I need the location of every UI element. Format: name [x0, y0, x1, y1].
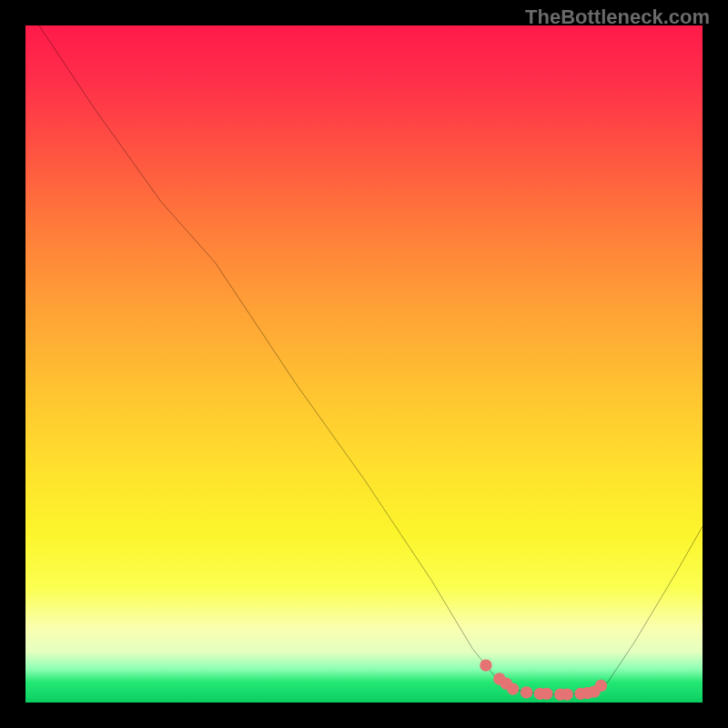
chart-svg	[25, 25, 703, 703]
plot-area	[25, 25, 703, 703]
marker-group	[480, 659, 607, 700]
watermark-text: TheBottleneck.com	[525, 5, 710, 29]
highlight-marker	[507, 682, 519, 694]
curve-line	[39, 25, 703, 694]
highlight-marker	[480, 659, 491, 671]
highlight-marker	[561, 688, 573, 700]
highlight-marker	[595, 680, 607, 692]
highlight-marker	[521, 686, 532, 698]
highlight-marker	[541, 688, 552, 700]
